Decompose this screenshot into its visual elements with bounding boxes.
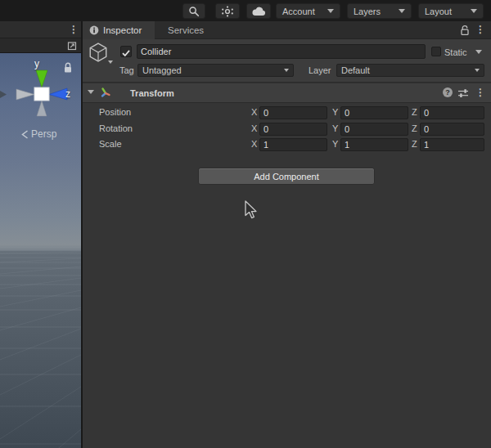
static-label: Static	[444, 47, 467, 57]
axis-x-label: X	[251, 139, 257, 149]
position-x-input[interactable]	[259, 106, 327, 119]
layer-label: Layer	[309, 65, 331, 75]
persp-label: Persp	[31, 128, 56, 140]
presets-icon[interactable]	[457, 88, 469, 98]
cloud-button[interactable]	[246, 3, 271, 19]
layers-dropdown[interactable]: Layers	[347, 3, 412, 19]
chevron-down-icon	[399, 9, 405, 13]
scale-z-input[interactable]	[420, 138, 484, 151]
scene-panel-menu-button[interactable]: ⋮	[69, 25, 79, 34]
transform-menu-button[interactable]: ⋮	[475, 87, 485, 97]
static-dropdown-arrow-icon[interactable]	[475, 50, 482, 54]
account-dropdown[interactable]: Account	[276, 3, 340, 19]
activity-indicator-icon	[221, 6, 234, 17]
chevron-down-icon	[327, 9, 334, 13]
axis-z-label: Z	[412, 139, 417, 149]
gameobject-cube-icon[interactable]	[88, 42, 109, 63]
add-component-label: Add Component	[254, 172, 319, 181]
rotation-label: Rotation	[99, 123, 133, 133]
axis-x-label: X	[251, 123, 257, 133]
layer-dropdown-value: Default	[341, 65, 370, 75]
chevron-down-icon	[471, 9, 477, 13]
position-label: Position	[99, 107, 131, 117]
foldout-arrow-icon[interactable]	[88, 90, 94, 94]
cloud-icon	[252, 7, 266, 16]
tag-dropdown-value: Untagged	[142, 65, 182, 75]
chevron-down-icon	[284, 69, 289, 72]
chevron-down-icon	[475, 69, 480, 72]
z-axis-cone-icon	[49, 88, 67, 100]
scale-label: Scale	[99, 139, 122, 149]
gizmo-y-axis-label[interactable]: y	[34, 58, 39, 69]
down-axis-cone-icon	[37, 101, 47, 116]
layer-dropdown[interactable]: Default	[336, 64, 484, 77]
info-icon	[89, 25, 99, 35]
rotation-x-input[interactable]	[259, 123, 327, 136]
x-axis-edge-arrow-icon	[0, 91, 7, 98]
help-glyph: ?	[445, 88, 450, 96]
gizmo-cube-icon	[34, 87, 49, 101]
gizmo-z-axis-label[interactable]: z	[65, 88, 70, 100]
scene-view[interactable]: y z Persp	[0, 53, 81, 448]
active-checkbox[interactable]	[120, 46, 132, 57]
tab-inspector-label: Inspector	[103, 25, 142, 35]
y-axis-cone-icon	[36, 70, 47, 87]
help-icon[interactable]: ?	[443, 87, 453, 97]
tab-inspector[interactable]: Inspector	[83, 21, 155, 39]
icon-picker-arrow-icon[interactable]	[108, 60, 113, 64]
perspective-toggle[interactable]: Persp	[21, 128, 56, 140]
activity-button[interactable]	[215, 3, 240, 19]
account-dropdown-label: Account	[282, 7, 315, 16]
maximize-icon[interactable]	[67, 41, 77, 51]
layout-dropdown-label: Layout	[425, 7, 452, 16]
scale-x-input[interactable]	[259, 138, 327, 151]
search-icon	[188, 6, 200, 17]
search-button[interactable]	[182, 3, 205, 19]
layers-dropdown-label: Layers	[354, 7, 381, 16]
mouse-cursor	[244, 200, 260, 222]
add-component-button[interactable]: Add Component	[198, 168, 375, 185]
axis-z-label: Z	[412, 107, 417, 117]
gameobject-name-input[interactable]	[137, 44, 426, 59]
transform-title: Transform	[130, 88, 174, 98]
axis-z-label: Z	[412, 123, 417, 133]
tab-services[interactable]: Services	[168, 25, 204, 35]
main-toolbar: Account Layers Layout	[0, 0, 491, 21]
rotation-y-input[interactable]	[340, 123, 408, 136]
tag-label: Tag	[119, 65, 134, 75]
scene-lock-icon[interactable]	[63, 61, 73, 74]
layout-dropdown[interactable]: Layout	[418, 3, 484, 19]
axis-y-label: Y	[332, 139, 338, 149]
rotation-z-input[interactable]	[420, 123, 484, 136]
position-y-input[interactable]	[340, 106, 408, 119]
transform-component-icon	[99, 86, 112, 99]
position-z-input[interactable]	[420, 106, 484, 119]
persp-angle-icon	[21, 130, 29, 139]
scale-y-input[interactable]	[340, 138, 408, 151]
unlock-icon[interactable]	[460, 25, 470, 36]
unity-editor-window: Account Layers Layout ⋮	[0, 0, 491, 448]
inspector-menu-button[interactable]: ⋮	[475, 25, 485, 34]
scene-panel-toolbar	[0, 38, 81, 53]
static-checkbox[interactable]	[431, 47, 441, 56]
axis-x-label: X	[251, 107, 257, 117]
axis-y-label: Y	[332, 107, 338, 117]
x-axis-cone-icon	[16, 89, 34, 100]
check-icon	[121, 48, 131, 58]
axis-y-label: Y	[332, 123, 338, 133]
tag-dropdown[interactable]: Untagged	[137, 64, 294, 77]
scene-panel-tabbar: ⋮	[0, 21, 81, 38]
